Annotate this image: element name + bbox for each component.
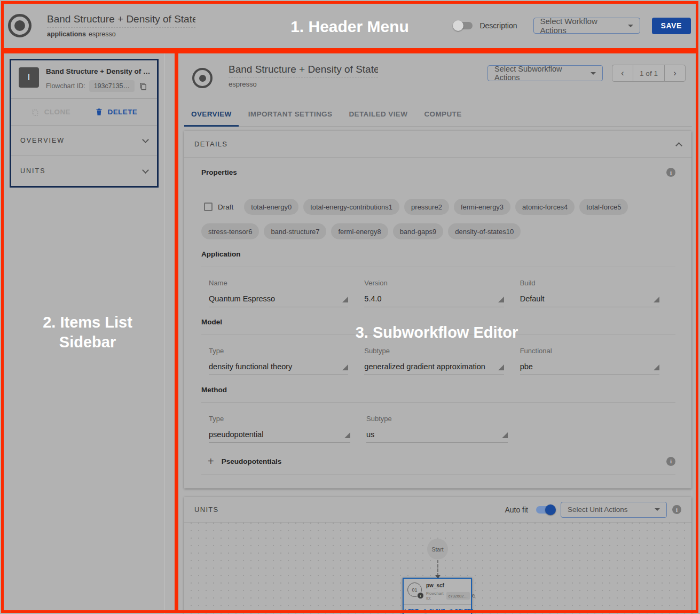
- property-chip[interactable]: density-of-states10: [448, 223, 521, 239]
- details-panel: DETAILS Properties i Draft total-energy0…: [184, 131, 691, 488]
- autofit-toggle[interactable]: [536, 506, 554, 514]
- flowchart-start-node[interactable]: Start: [427, 539, 448, 559]
- tab-overview[interactable]: OVERVIEW: [184, 102, 239, 126]
- copy-icon[interactable]: [471, 593, 476, 599]
- pencil-icon: [402, 609, 406, 613]
- application-build-select[interactable]: Build Default: [520, 279, 659, 307]
- unit-flowchart-id-label: Flowchart ID:: [426, 591, 445, 601]
- description-toggle[interactable]: [454, 22, 473, 29]
- select-arrow-icon: [654, 364, 659, 370]
- caret-down-icon: [628, 25, 633, 27]
- tab-detailed-view[interactable]: DETAILED VIEW: [342, 102, 414, 126]
- items-list-sidebar: I Band Structure + Density of … Flowchar…: [0, 51, 176, 614]
- select-arrow-icon: [498, 364, 504, 370]
- autofit-label: Auto fit: [505, 506, 528, 514]
- model-type-select[interactable]: Type density functional theory: [209, 347, 348, 375]
- caret-down-icon: [655, 508, 660, 511]
- delete-button[interactable]: DELETE: [95, 107, 138, 116]
- method-subtype-select[interactable]: Subtype us: [366, 415, 508, 443]
- subworkflow-logo-icon: [192, 68, 213, 88]
- subworkflow-subtitle: espresso: [229, 80, 378, 88]
- application-name-select[interactable]: Name Quantum Espresso: [209, 279, 348, 307]
- property-chip[interactable]: total-energy0: [244, 199, 298, 215]
- model-fields: Type density functional theory Subtype g…: [201, 347, 675, 375]
- unit-clone-button[interactable]: CLONE: [423, 608, 445, 613]
- method-section-title: Method: [201, 386, 675, 394]
- pager-label: 1 of 1: [633, 65, 665, 82]
- copy-icon: [423, 609, 428, 613]
- item-type-icon: I: [19, 67, 39, 88]
- property-chip[interactable]: fermi-energy8: [331, 223, 388, 239]
- model-section-title: Model: [201, 318, 675, 326]
- sidebar-accordion-units[interactable]: UNITS: [11, 156, 157, 186]
- properties-title: Properties: [201, 168, 237, 176]
- breadcrumb-app: applications: [47, 30, 86, 38]
- breadcrumb-value: espresso: [89, 30, 116, 38]
- select-arrow-icon: [502, 432, 508, 438]
- select-arrow-icon: [654, 297, 659, 302]
- chevron-up-icon[interactable]: [675, 142, 682, 149]
- select-arrow-icon: [342, 364, 348, 370]
- tab-important-settings[interactable]: IMPORTANT SETTINGS: [241, 102, 340, 126]
- pager-next-button[interactable]: ›: [664, 65, 686, 82]
- property-chip[interactable]: stress-tensor6: [201, 223, 259, 239]
- trash-icon: [449, 609, 453, 613]
- info-icon[interactable]: i: [672, 505, 681, 514]
- model-functional-select[interactable]: Functional pbe: [520, 347, 659, 375]
- pseudopotentials-row: + Pseudopotentials i: [201, 456, 675, 467]
- units-panel-header: UNITS Auto fit Select Unit Actions i: [184, 497, 691, 523]
- item-card-actions: CLONE DELETE: [11, 99, 157, 125]
- chevron-down-icon: [142, 167, 149, 174]
- copy-icon[interactable]: [138, 81, 148, 91]
- unit-edit-button[interactable]: EDIT: [402, 608, 418, 613]
- subworkflow-title[interactable]: Band Structure + Density of States: [229, 64, 378, 78]
- details-panel-header: DETAILS: [184, 131, 691, 158]
- application-version-select[interactable]: Version 5.4.0: [364, 279, 504, 307]
- caret-down-icon: [591, 72, 596, 75]
- properties-header-row: Properties i: [201, 168, 675, 177]
- sidebar-accordion-overview[interactable]: OVERVIEW: [11, 125, 157, 156]
- clone-button[interactable]: CLONE: [31, 108, 70, 116]
- info-icon[interactable]: i: [666, 168, 675, 177]
- header-menu: Band Structure + Density of States appli…: [0, 0, 700, 51]
- workflow-actions-dropdown[interactable]: Select Workflow Actions: [533, 18, 640, 34]
- subworkflow-header-actions: Select Subworkflow Actions ‹ 1 of 1 ›: [487, 65, 686, 82]
- unit-node-actions: EDIT CLONE DELETE: [404, 604, 471, 614]
- flowchart-canvas[interactable]: Start 01 i pw_scf Flowchart ID: c7: [184, 523, 691, 614]
- property-chips-row-2: stress-tensor6 band-structure7 fermi-ene…: [201, 223, 675, 239]
- tab-compute[interactable]: COMPUTE: [417, 102, 468, 126]
- pager-prev-button[interactable]: ‹: [612, 65, 633, 82]
- select-arrow-icon: [342, 297, 348, 302]
- subworkflow-actions-label: Select Subworkflow Actions: [494, 65, 585, 82]
- property-chip[interactable]: pressure2: [404, 199, 449, 215]
- header-actions: Description Select Workflow Actions SAVE: [454, 18, 700, 34]
- property-chip[interactable]: atomic-forces4: [515, 199, 575, 215]
- property-chip[interactable]: total-energy-contributions1: [303, 199, 399, 215]
- save-button[interactable]: SAVE: [652, 18, 691, 34]
- property-chip[interactable]: band-gaps9: [393, 223, 444, 239]
- info-icon: i: [418, 593, 423, 599]
- unit-delete-button[interactable]: DELETE: [449, 608, 473, 613]
- property-chip[interactable]: fermi-energy3: [454, 199, 510, 215]
- add-pseudopotentials-button[interactable]: +: [208, 456, 214, 467]
- property-chip[interactable]: band-structure7: [264, 223, 326, 239]
- workflow-title[interactable]: Band Structure + Density of States: [47, 13, 195, 28]
- sidebar-divider: [164, 51, 165, 614]
- draft-checkbox[interactable]: [204, 203, 213, 211]
- method-type-select[interactable]: Type pseudopotential: [209, 415, 350, 443]
- flowchart-unit-node[interactable]: 01 i pw_scf Flowchart ID: c732602…: [403, 578, 472, 614]
- clone-icon: [31, 108, 40, 116]
- pseudopotentials-label: Pseudopotentials: [222, 457, 666, 465]
- application-fields: Name Quantum Espresso Version 5.4.0 Buil…: [201, 279, 675, 307]
- method-fields: Type pseudopotential Subtype us: [201, 415, 675, 443]
- info-icon[interactable]: i: [666, 457, 675, 466]
- unit-index-badge: 01 i: [407, 582, 422, 597]
- subworkflow-item-card[interactable]: I Band Structure + Density of … Flowchar…: [10, 59, 159, 188]
- property-chip[interactable]: total-force5: [579, 199, 628, 215]
- subworkflow-actions-dropdown[interactable]: Select Subworkflow Actions: [487, 65, 603, 81]
- draft-checkbox-group: Draft: [201, 203, 233, 211]
- trash-icon: [95, 107, 103, 116]
- unit-actions-dropdown[interactable]: Select Unit Actions: [561, 502, 667, 518]
- model-subtype-select[interactable]: Subtype generalized gradient approximati…: [364, 347, 504, 375]
- unit-flowchart-id-chip: c732602…: [446, 592, 470, 600]
